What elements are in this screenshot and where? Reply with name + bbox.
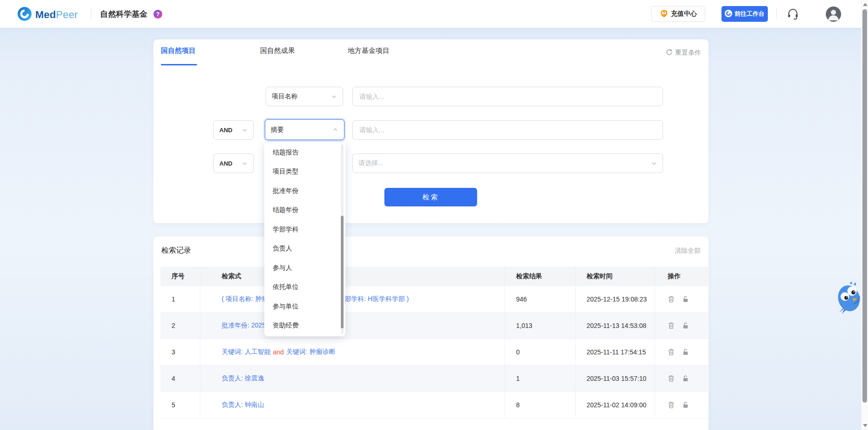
dropdown-option[interactable]: 参与单位 <box>264 297 345 316</box>
dropdown-scrollbar-thumb[interactable] <box>341 216 344 328</box>
mascot-bird[interactable] <box>834 281 861 315</box>
actions-cell <box>655 392 708 418</box>
col-header-results: 检索结果 <box>505 267 576 286</box>
dropdown-option[interactable]: 负责人 <box>264 239 345 259</box>
tab-local-funds[interactable]: 地方基金项目 <box>348 46 389 55</box>
actions-cell <box>655 286 708 312</box>
actions-cell <box>655 366 708 391</box>
query-link[interactable]: 批准年份: 2025 <box>222 321 266 330</box>
tab-nsfc-projects[interactable]: 国自然项目 <box>161 46 196 55</box>
result-count: 1,013 <box>505 313 576 339</box>
tab-nsfc-results[interactable]: 国自然成果 <box>260 46 295 55</box>
lock-icon[interactable] <box>682 375 689 382</box>
field-select-value: 摘要 <box>271 126 284 134</box>
row-index: 4 <box>160 366 200 391</box>
medpeer-mini-icon <box>725 10 732 19</box>
lock-icon[interactable] <box>682 401 689 409</box>
records-table: 序号 检索式 检索结果 检索时间 操作 1 ( 项目名称: 肿瘤 部学科: H医… <box>160 267 708 418</box>
recharge-button[interactable]: 充值中心 <box>651 6 705 22</box>
dropdown-option[interactable]: 参与人 <box>264 258 345 278</box>
col-header-query: 检索式 <box>200 267 505 286</box>
query-link[interactable]: 负责人: 钟南山 <box>222 401 264 409</box>
delete-icon[interactable] <box>668 401 675 409</box>
query-link[interactable]: 关键词: 肿瘤诊断 <box>286 348 335 356</box>
search-time: 2025-11-03 15:57:10 <box>576 366 655 391</box>
customer-service-icon[interactable] <box>786 7 799 20</box>
actions-cell <box>655 339 708 365</box>
chevron-down-icon <box>242 160 248 167</box>
table-header-row: 序号 检索式 检索结果 检索时间 操作 <box>160 267 708 286</box>
lock-icon[interactable] <box>682 322 689 329</box>
field-dropdown-menu: 结题报告 项目类型 批准年份 结题年份 学部学科 负责人 参与人 依托单位 参与… <box>264 142 345 336</box>
app-viewport: MedPeer 自然科学基金 ? 充值中心 <box>0 0 868 430</box>
dropdown-option[interactable]: 结题报告 <box>264 143 345 162</box>
dropdown-option[interactable]: 依托单位 <box>264 278 345 297</box>
scroll-up-arrow[interactable] <box>863 3 868 6</box>
search-time: 2025-12-15 19:08:23 <box>576 286 655 312</box>
table-row: 1 ( 项目名称: 肿瘤 部学科: H医学科学部 ) 946 2025-12-1… <box>160 286 708 313</box>
help-icon[interactable]: ? <box>153 10 162 19</box>
search-time: 2025-11-13 14:53:08 <box>576 313 655 339</box>
shield-coin-icon <box>660 9 668 19</box>
query-link[interactable]: ( 项目名称: 肿瘤 <box>222 295 268 303</box>
delete-icon[interactable] <box>668 322 675 329</box>
search-time: 2025-11-02 14:09:00 <box>576 392 655 418</box>
query-link[interactable]: 关键词: 人工智能 <box>222 348 271 356</box>
search-button[interactable]: 检索 <box>384 188 477 206</box>
clear-all-button[interactable]: 清除全部 <box>675 247 701 255</box>
user-avatar[interactable] <box>825 6 842 22</box>
page-title: 自然科学基金 <box>100 0 147 28</box>
query-link[interactable]: 负责人: 徐震逸 <box>222 374 264 383</box>
keyword-input-row2[interactable] <box>352 120 663 140</box>
query-cell: 关键词: 人工智能 and 关键词: 肿瘤诊断 <box>200 339 505 365</box>
workspace-label: 前往工作台 <box>734 10 765 18</box>
query-cell: 批准年份: 2025 <box>200 313 505 339</box>
reset-label: 重置条件 <box>675 49 701 57</box>
result-count: 8 <box>505 392 576 418</box>
row-index: 2 <box>160 313 200 339</box>
operator-select-row2[interactable]: AND <box>213 120 254 140</box>
query-cell: 负责人: 钟南山 <box>200 392 505 418</box>
query-link[interactable]: 部学科: H医学科学部 ) <box>345 295 408 303</box>
operator-value: AND <box>219 127 232 134</box>
dropdown-option[interactable]: 资助经费 <box>264 316 345 336</box>
actions-cell <box>655 313 708 339</box>
dropdown-option[interactable]: 批准年份 <box>264 181 345 201</box>
medpeer-logo[interactable]: MedPeer <box>18 7 78 23</box>
dropdown-option[interactable]: 学部学科 <box>264 220 345 239</box>
refresh-icon <box>666 49 673 57</box>
result-count: 0 <box>505 339 576 365</box>
search-records-panel: 检索记录 清除全部 序号 检索式 检索结果 检索时间 操作 1 ( 项目名称: … <box>153 237 708 430</box>
header-divider <box>91 8 91 19</box>
value-select-row3[interactable]: 请选择... <box>352 154 663 173</box>
lock-icon[interactable] <box>682 348 689 356</box>
operator-and-text: and <box>273 348 284 356</box>
delete-icon[interactable] <box>668 375 675 382</box>
delete-icon[interactable] <box>668 295 675 303</box>
field-select-row2-open[interactable]: 摘要 <box>265 119 345 140</box>
query-cell: ( 项目名称: 肿瘤 部学科: H医学科学部 ) <box>200 286 505 312</box>
table-row: 2 批准年份: 2025 1,013 2025-11-13 14:53:08 <box>160 313 708 339</box>
records-title: 检索记录 <box>161 246 191 256</box>
reset-conditions-button[interactable]: 重置条件 <box>666 49 701 57</box>
result-count: 1 <box>505 366 576 391</box>
keyword-input-row1[interactable] <box>352 87 663 106</box>
query-cell: 负责人: 徐震逸 <box>200 366 505 391</box>
table-row: 4 负责人: 徐震逸 1 2025-11-03 15:57:10 <box>160 366 708 392</box>
dropdown-option[interactable]: 结题年份 <box>264 201 345 220</box>
header-divider <box>776 8 777 19</box>
scrollbar-thumb[interactable] <box>862 9 867 403</box>
active-tab-indicator <box>161 64 197 65</box>
workspace-button[interactable]: 前往工作台 <box>721 6 768 22</box>
select-placeholder: 请选择... <box>358 159 383 167</box>
table-row: 3 关键词: 人工智能 and 关键词: 肿瘤诊断 0 2025-11-11 1… <box>160 339 708 366</box>
lock-icon[interactable] <box>682 295 689 303</box>
delete-icon[interactable] <box>668 348 675 356</box>
operator-select-row3[interactable]: AND <box>213 154 254 173</box>
chevron-down-icon <box>242 127 248 133</box>
col-header-time: 检索时间 <box>576 267 655 286</box>
field-select-row1[interactable]: 项目名称 <box>266 87 343 106</box>
scroll-down-arrow[interactable] <box>863 424 868 427</box>
result-count: 946 <box>505 286 576 312</box>
dropdown-option[interactable]: 项目类型 <box>264 162 345 182</box>
